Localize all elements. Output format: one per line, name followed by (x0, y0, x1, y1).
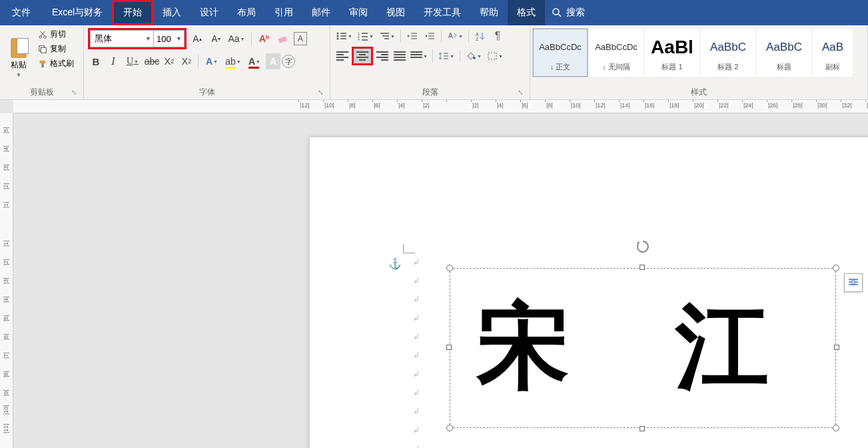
style-normal[interactable]: AaBbCcDc↓ 正文 (533, 29, 588, 77)
paste-button[interactable]: 粘贴 ▼ (4, 28, 33, 85)
align-distribute-button[interactable]: ▼ (409, 48, 429, 64)
tab-excel-finance[interactable]: Excel与财务 (43, 0, 112, 25)
multilevel-button[interactable]: ▼ (377, 28, 397, 44)
phonetic-guide-button[interactable]: Aᵇ (256, 31, 272, 47)
svg-rect-41 (488, 53, 496, 59)
underline-button[interactable]: U▼ (123, 53, 143, 69)
group-font: 黑体▼ 100▼ A▴ A▾ Aa▼ Aᵇ A B I U▼ abc X2 X2… (84, 25, 330, 99)
group-styles: AaBbCcDc↓ 正文 AaBbCcDc↓ 无间隔 AaBl标题 1 AaBb… (530, 25, 868, 99)
copy-button[interactable]: 复制 (36, 43, 76, 55)
svg-rect-10 (278, 36, 287, 43)
font-size-input[interactable]: 100▼ (154, 30, 185, 47)
multilevel-icon (379, 31, 390, 41)
strikethrough-button[interactable]: abc (144, 53, 160, 69)
style-no-spacing[interactable]: AaBbCcDc↓ 无间隔 (589, 29, 644, 77)
tab-mail[interactable]: 邮件 (302, 0, 340, 25)
tab-review[interactable]: 审阅 (340, 0, 377, 25)
tab-design[interactable]: 设计 (191, 0, 228, 25)
borders-button[interactable]: ▼ (485, 48, 505, 64)
svg-point-0 (553, 9, 559, 15)
tab-help[interactable]: 帮助 (470, 0, 508, 25)
styles-group-label: 样式 (533, 85, 865, 98)
text-direction-button[interactable]: A▼ (445, 28, 465, 44)
horizontal-ruler[interactable]: |12||10||8||6||4||2||2||4||6||8||10||12|… (13, 100, 868, 113)
font-color-button[interactable]: A▼ (244, 53, 264, 69)
change-case-button[interactable]: Aa▼ (226, 31, 246, 47)
style-heading2[interactable]: AaBbC标题 2 (701, 29, 755, 77)
line-spacing-button[interactable]: ▼ (436, 48, 456, 64)
paragraph-group-label: 段落⤡ (334, 85, 526, 98)
show-marks-button[interactable]: ¶ (490, 28, 506, 44)
enclose-char-button[interactable]: 字 (282, 55, 295, 68)
bullets-button[interactable]: ▼ (334, 28, 354, 44)
decrease-indent-button[interactable] (404, 28, 420, 44)
style-preview: AaBl (651, 34, 693, 61)
highlight-button[interactable]: ab▼ (223, 53, 243, 69)
outdent-icon (407, 31, 418, 41)
text-box[interactable]: 宋 江 (450, 268, 836, 428)
clipboard-launcher[interactable]: ⤡ (70, 89, 78, 97)
style-subtitle[interactable]: AaB副标 (813, 29, 853, 77)
handle-top-right[interactable] (833, 265, 839, 271)
handle-right[interactable] (834, 345, 839, 350)
handle-top[interactable] (640, 265, 645, 270)
copy-label: 复制 (50, 43, 66, 55)
ribbon: 粘贴 ▼ 剪切 复制 格式刷 剪贴板⤡ (0, 25, 868, 100)
increase-indent-button[interactable] (422, 28, 438, 44)
tab-layout[interactable]: 布局 (228, 0, 265, 25)
handle-top-left[interactable] (446, 265, 453, 271)
rotate-handle[interactable] (635, 239, 651, 255)
font-group-label: 字体⤡ (88, 85, 326, 98)
handle-bottom-left[interactable] (446, 425, 453, 431)
bold-button[interactable]: B (88, 53, 104, 69)
style-title[interactable]: AaBbC标题 (757, 29, 811, 77)
svg-point-11 (337, 33, 339, 35)
sort-button[interactable]: AZ (472, 28, 488, 44)
tab-format[interactable]: 格式 (508, 0, 545, 25)
layout-options-button[interactable] (844, 273, 863, 292)
char-border-button[interactable]: A (294, 32, 307, 45)
tab-file[interactable]: 文件 (0, 0, 43, 25)
paragraph-launcher[interactable]: ⤡ (516, 89, 524, 97)
superscript-button[interactable]: X2 (179, 53, 195, 69)
font-name-input[interactable]: 黑体▼ (90, 30, 154, 47)
italic-button[interactable]: I (105, 53, 121, 69)
page[interactable]: ⚓ ↲↲↲↲↲↲↲↲↲↲↲↲↲↲↲ 宋 江 (310, 137, 868, 448)
text-effects-button[interactable]: A▼ (202, 53, 222, 69)
vertical-ruler[interactable]: |5||4||3||2||1||1||2||3||4||5||6||7||8||… (0, 113, 13, 448)
handle-left[interactable] (446, 345, 452, 350)
search-box[interactable]: 搜索 (545, 0, 592, 25)
svg-rect-43 (852, 281, 855, 284)
font-launcher[interactable]: ⤡ (316, 89, 324, 97)
scissors-icon (38, 30, 47, 39)
shrink-font-button[interactable]: A▾ (208, 31, 224, 47)
align-left-button[interactable] (334, 48, 350, 64)
layout-options-icon (847, 277, 859, 289)
subscript-button[interactable]: X2 (161, 53, 177, 69)
numbering-button[interactable]: 123▼ (356, 28, 376, 44)
handle-bottom-right[interactable] (833, 425, 839, 431)
tab-insert[interactable]: 插入 (153, 0, 191, 25)
search-label: 搜索 (566, 7, 585, 19)
tab-references[interactable]: 引用 (265, 0, 302, 25)
clear-format-button[interactable] (275, 31, 291, 47)
svg-point-3 (44, 35, 47, 38)
char-shading-button[interactable]: A (266, 53, 280, 69)
anchor-icon: ⚓ (388, 257, 402, 270)
cut-button[interactable]: 剪切 (36, 28, 76, 41)
text-box-content[interactable]: 宋 江 (456, 275, 829, 421)
format-painter-button[interactable]: 格式刷 (36, 57, 76, 70)
group-clipboard: 粘贴 ▼ 剪切 复制 格式刷 剪贴板⤡ (0, 25, 84, 99)
tab-developer[interactable]: 开发工具 (414, 0, 470, 25)
tab-view[interactable]: 视图 (377, 0, 414, 25)
shading-button[interactable]: ▼ (464, 48, 484, 64)
align-justify-button[interactable] (392, 48, 408, 64)
handle-bottom[interactable] (640, 426, 645, 431)
tab-home[interactable]: 开始 (112, 0, 153, 25)
align-right-button[interactable] (374, 48, 390, 64)
align-center-button[interactable] (352, 47, 373, 65)
grow-font-button[interactable]: A▴ (189, 31, 205, 47)
svg-line-1 (558, 14, 561, 17)
style-preview: AaBbC (710, 34, 746, 61)
style-heading1[interactable]: AaBl标题 1 (645, 29, 699, 77)
